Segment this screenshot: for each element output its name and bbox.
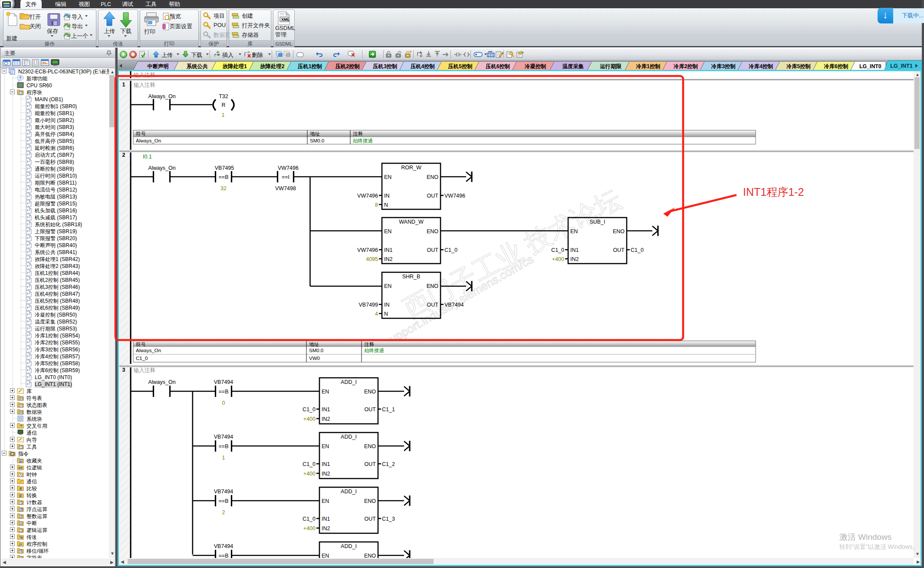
svg-text:ADD_I: ADD_I [341, 379, 357, 385]
svg-text:系统公共: 系统公共 [186, 63, 208, 69]
svg-text:压机3控制: 压机3控制 [372, 63, 397, 69]
svg-text:始终接通: 始终接通 [353, 138, 373, 143]
svg-text:XML: XML [281, 17, 290, 22]
svg-text:==B: ==B [219, 389, 229, 395]
svg-text:VB7494: VB7494 [214, 543, 233, 549]
svg-text:32: 32 [220, 185, 227, 192]
svg-text:冷库3控制: 冷库3控制 [711, 63, 736, 69]
svg-text:4095: 4095 [366, 256, 378, 262]
svg-text:IN1: IN1 [384, 247, 393, 253]
svg-text:C1_0: C1_0 [136, 356, 148, 361]
svg-text:SM0.0: SM0.0 [310, 138, 324, 143]
svg-text:Always_On: Always_On [136, 138, 161, 143]
svg-text:ENO: ENO [364, 498, 376, 504]
svg-text:温度采集: 温度采集 [562, 63, 584, 69]
svg-text:3: 3 [122, 367, 125, 373]
svg-text:IN: IN [384, 302, 390, 308]
svg-text:+1: +1 [20, 501, 23, 504]
svg-text:2: 2 [222, 509, 225, 515]
svg-text:Always_On: Always_On [136, 348, 161, 353]
svg-text:0: 0 [222, 400, 225, 406]
svg-text:C1_0: C1_0 [303, 516, 316, 522]
svg-text:VB7495: VB7495 [215, 165, 234, 171]
svg-text:EN: EN [322, 443, 329, 449]
svg-text:+400: +400 [552, 256, 564, 262]
svg-text:ADD_I: ADD_I [341, 489, 357, 495]
svg-text:IN1: IN1 [570, 247, 579, 253]
svg-text:输入注释: 输入注释 [134, 72, 155, 78]
svg-text:VW7498: VW7498 [275, 185, 296, 192]
svg-text:OUT: OUT [365, 406, 376, 413]
svg-text:C1_1: C1_1 [382, 406, 395, 413]
svg-text:OUT: OUT [365, 461, 376, 467]
svg-text:地址: 地址 [310, 131, 320, 136]
svg-text:压机2控制: 压机2控制 [335, 63, 360, 69]
svg-text:==B: ==B [219, 498, 229, 504]
svg-text:始终接通: 始终接通 [364, 348, 384, 353]
svg-text:EN: EN [384, 174, 391, 180]
svg-text:VW7496: VW7496 [357, 193, 378, 199]
svg-text:VB7494: VB7494 [444, 302, 464, 308]
svg-text:VW7496: VW7496 [357, 247, 378, 253]
svg-text:ADD_I: ADD_I [341, 434, 357, 440]
svg-text:ENO: ENO [364, 553, 376, 558]
svg-text:1: 1 [222, 112, 225, 118]
svg-text:IN1: IN1 [322, 516, 330, 522]
svg-text:符号: 符号 [136, 342, 146, 347]
svg-text:C1_0: C1_0 [303, 461, 316, 467]
svg-text:IN2: IN2 [570, 256, 579, 262]
svg-text:OUT: OUT [427, 247, 439, 253]
svg-text:IN1: IN1 [322, 406, 330, 413]
svg-text:N: N [384, 311, 388, 317]
svg-text:ADD_I: ADD_I [341, 543, 357, 549]
svg-text:Always_On: Always_On [148, 93, 175, 99]
svg-text:ENO: ENO [427, 174, 438, 180]
svg-text:SHR_B: SHR_B [402, 274, 421, 280]
svg-text:VW0: VW0 [309, 356, 320, 361]
svg-text:ENO: ENO [613, 228, 625, 234]
svg-text:运行期限: 运行期限 [599, 63, 621, 69]
svg-text:1: 1 [122, 82, 125, 88]
svg-text:C1_0: C1_0 [551, 247, 564, 253]
svg-text:EN: EN [322, 553, 329, 558]
svg-text:C1_3: C1_3 [382, 516, 395, 522]
svg-text:压机6控制: 压机6控制 [485, 63, 510, 69]
svg-text:4: 4 [375, 311, 378, 317]
svg-text:ENO: ENO [427, 283, 438, 289]
svg-text:T32: T32 [219, 93, 228, 99]
svg-text:SUB_I: SUB_I [589, 219, 605, 225]
svg-text:符号: 符号 [136, 131, 146, 136]
svg-text:冷库4控制: 冷库4控制 [749, 63, 773, 69]
svg-text:IN2: IN2 [384, 256, 393, 262]
svg-text:±R: ±R [20, 508, 23, 511]
svg-text:==B: ==B [219, 443, 229, 449]
svg-text:8: 8 [375, 202, 378, 208]
svg-text:Always_On: Always_On [148, 379, 175, 385]
svg-text:I0.1: I0.1 [143, 154, 152, 160]
svg-text:SM0.0: SM0.0 [309, 348, 323, 353]
svg-text:R: R [221, 102, 225, 108]
svg-text:C1_0: C1_0 [631, 247, 644, 253]
svg-text:+400: +400 [303, 416, 316, 422]
svg-text:ENO: ENO [427, 228, 438, 234]
svg-text:IN2: IN2 [322, 471, 330, 477]
svg-text:LG_INT1: LG_INT1 [890, 63, 912, 69]
svg-text:OUT: OUT [365, 516, 376, 522]
svg-text:EN: EN [384, 283, 391, 289]
svg-text:冷库5控制: 冷库5控制 [786, 63, 811, 69]
svg-text:VB7494: VB7494 [214, 434, 233, 440]
svg-text:OUT: OUT [613, 247, 625, 253]
svg-text:ROR_W: ROR_W [401, 165, 421, 171]
svg-text:注释: 注释 [353, 131, 363, 136]
svg-text:C1_2: C1_2 [382, 461, 395, 467]
svg-text:IN2: IN2 [322, 525, 330, 532]
svg-text:==I: ==I [282, 174, 289, 180]
svg-text:C1_0: C1_0 [444, 247, 457, 253]
svg-text:IN1: IN1 [322, 461, 330, 467]
svg-text:输入注释: 输入注释 [134, 82, 155, 88]
svg-text:VB7499: VB7499 [359, 302, 378, 308]
svg-text:冷库2控制: 冷库2控制 [674, 63, 698, 69]
svg-text:ENO: ENO [364, 443, 376, 449]
svg-text:==B: ==B [219, 553, 229, 558]
svg-text:故障处理2: 故障处理2 [260, 63, 284, 69]
